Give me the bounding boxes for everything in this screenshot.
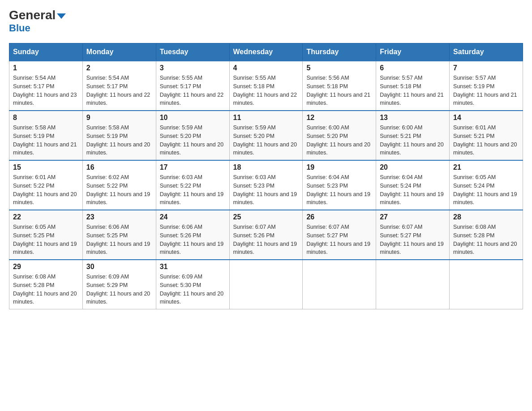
logo-main-text: General (9, 9, 66, 21)
day-cell-22: 22 Sunrise: 6:05 AM Sunset: 5:25 PM Dayl… (9, 210, 83, 260)
day-cell-6: 6 Sunrise: 5:57 AM Sunset: 5:18 PM Dayli… (376, 61, 450, 111)
day-cell-27: 27 Sunrise: 6:07 AM Sunset: 5:27 PM Dayl… (376, 210, 450, 260)
empty-cell (303, 260, 376, 309)
day-cell-1: 1 Sunrise: 5:54 AM Sunset: 5:17 PM Dayli… (9, 61, 83, 111)
day-number: 5 (306, 64, 372, 72)
day-info: Sunrise: 5:54 AM Sunset: 5:17 PM Dayligh… (86, 74, 152, 107)
day-number: 8 (13, 114, 79, 122)
day-number: 2 (86, 64, 152, 72)
empty-cell (450, 260, 523, 309)
day-info: Sunrise: 6:04 AM Sunset: 5:24 PM Dayligh… (380, 173, 446, 207)
day-cell-12: 12 Sunrise: 6:00 AM Sunset: 5:20 PM Dayl… (303, 111, 376, 160)
day-info: Sunrise: 6:09 AM Sunset: 5:30 PM Dayligh… (160, 273, 226, 306)
day-cell-11: 11 Sunrise: 5:59 AM Sunset: 5:20 PM Dayl… (229, 111, 303, 160)
day-number: 10 (160, 114, 226, 122)
day-cell-9: 9 Sunrise: 5:58 AM Sunset: 5:19 PM Dayli… (82, 111, 156, 160)
day-number: 21 (453, 163, 519, 171)
col-header-saturday: Saturday (450, 43, 523, 61)
day-cell-5: 5 Sunrise: 5:56 AM Sunset: 5:18 PM Dayli… (303, 61, 376, 111)
day-number: 28 (453, 213, 519, 221)
day-info: Sunrise: 5:58 AM Sunset: 5:19 PM Dayligh… (13, 124, 79, 157)
day-info: Sunrise: 6:00 AM Sunset: 5:20 PM Dayligh… (306, 124, 372, 157)
day-number: 31 (160, 263, 226, 271)
day-number: 26 (306, 213, 372, 221)
day-number: 19 (306, 163, 372, 171)
day-cell-24: 24 Sunrise: 6:06 AM Sunset: 5:26 PM Dayl… (156, 210, 229, 260)
day-cell-10: 10 Sunrise: 5:59 AM Sunset: 5:20 PM Dayl… (156, 111, 229, 160)
day-cell-23: 23 Sunrise: 6:06 AM Sunset: 5:25 PM Dayl… (82, 210, 156, 260)
day-cell-30: 30 Sunrise: 6:09 AM Sunset: 5:29 PM Dayl… (82, 260, 156, 309)
day-cell-19: 19 Sunrise: 6:04 AM Sunset: 5:23 PM Dayl… (303, 160, 376, 210)
day-number: 23 (86, 213, 152, 221)
day-info: Sunrise: 6:07 AM Sunset: 5:26 PM Dayligh… (233, 223, 299, 257)
day-info: Sunrise: 5:57 AM Sunset: 5:18 PM Dayligh… (380, 74, 446, 107)
day-cell-25: 25 Sunrise: 6:07 AM Sunset: 5:26 PM Dayl… (229, 210, 303, 260)
day-info: Sunrise: 6:05 AM Sunset: 5:24 PM Dayligh… (453, 173, 519, 207)
col-header-friday: Friday (376, 43, 450, 61)
day-number: 22 (13, 213, 79, 221)
day-info: Sunrise: 6:01 AM Sunset: 5:22 PM Dayligh… (13, 173, 79, 207)
empty-cell (376, 260, 450, 309)
day-info: Sunrise: 5:59 AM Sunset: 5:20 PM Dayligh… (233, 124, 299, 157)
day-number: 25 (233, 213, 299, 221)
day-cell-15: 15 Sunrise: 6:01 AM Sunset: 5:22 PM Dayl… (9, 160, 83, 210)
day-info: Sunrise: 6:08 AM Sunset: 5:28 PM Dayligh… (453, 223, 519, 257)
week-row-1: 1 Sunrise: 5:54 AM Sunset: 5:17 PM Dayli… (9, 61, 523, 111)
day-cell-17: 17 Sunrise: 6:03 AM Sunset: 5:22 PM Dayl… (156, 160, 229, 210)
day-number: 27 (380, 213, 446, 221)
day-number: 17 (160, 163, 226, 171)
day-info: Sunrise: 6:06 AM Sunset: 5:25 PM Dayligh… (86, 223, 152, 257)
day-cell-3: 3 Sunrise: 5:55 AM Sunset: 5:17 PM Dayli… (156, 61, 229, 111)
day-number: 9 (86, 114, 152, 122)
day-number: 7 (453, 64, 519, 72)
day-number: 3 (160, 64, 226, 72)
day-cell-8: 8 Sunrise: 5:58 AM Sunset: 5:19 PM Dayli… (9, 111, 83, 160)
day-info: Sunrise: 5:58 AM Sunset: 5:19 PM Dayligh… (86, 124, 152, 157)
day-info: Sunrise: 6:03 AM Sunset: 5:22 PM Dayligh… (160, 173, 226, 207)
day-cell-20: 20 Sunrise: 6:04 AM Sunset: 5:24 PM Dayl… (376, 160, 450, 210)
day-info: Sunrise: 6:04 AM Sunset: 5:23 PM Dayligh… (306, 173, 372, 207)
week-row-3: 15 Sunrise: 6:01 AM Sunset: 5:22 PM Dayl… (9, 160, 523, 210)
col-header-sunday: Sunday (9, 43, 83, 61)
week-row-5: 29 Sunrise: 6:08 AM Sunset: 5:28 PM Dayl… (9, 260, 523, 309)
day-info: Sunrise: 6:09 AM Sunset: 5:29 PM Dayligh… (86, 273, 152, 306)
day-number: 29 (13, 263, 79, 271)
day-info: Sunrise: 5:59 AM Sunset: 5:20 PM Dayligh… (160, 124, 226, 157)
day-cell-28: 28 Sunrise: 6:08 AM Sunset: 5:28 PM Dayl… (450, 210, 523, 260)
day-cell-18: 18 Sunrise: 6:03 AM Sunset: 5:23 PM Dayl… (229, 160, 303, 210)
day-info: Sunrise: 6:01 AM Sunset: 5:21 PM Dayligh… (453, 124, 519, 157)
day-number: 14 (453, 114, 519, 122)
col-header-tuesday: Tuesday (156, 43, 229, 61)
day-cell-21: 21 Sunrise: 6:05 AM Sunset: 5:24 PM Dayl… (450, 160, 523, 210)
week-row-4: 22 Sunrise: 6:05 AM Sunset: 5:25 PM Dayl… (9, 210, 523, 260)
day-cell-7: 7 Sunrise: 5:57 AM Sunset: 5:19 PM Dayli… (450, 61, 523, 111)
calendar-table: SundayMondayTuesdayWednesdayThursdayFrid… (9, 43, 523, 309)
day-number: 13 (380, 114, 446, 122)
day-cell-13: 13 Sunrise: 6:00 AM Sunset: 5:21 PM Dayl… (376, 111, 450, 160)
day-number: 12 (306, 114, 372, 122)
day-number: 20 (380, 163, 446, 171)
day-number: 18 (233, 163, 299, 171)
day-number: 11 (233, 114, 299, 122)
day-cell-14: 14 Sunrise: 6:01 AM Sunset: 5:21 PM Dayl… (450, 111, 523, 160)
day-number: 24 (160, 213, 226, 221)
page-header: General Blue (9, 9, 523, 34)
day-number: 6 (380, 64, 446, 72)
day-number: 1 (13, 64, 79, 72)
col-header-monday: Monday (82, 43, 156, 61)
day-cell-29: 29 Sunrise: 6:08 AM Sunset: 5:28 PM Dayl… (9, 260, 83, 309)
day-cell-2: 2 Sunrise: 5:54 AM Sunset: 5:17 PM Dayli… (82, 61, 156, 111)
day-info: Sunrise: 6:05 AM Sunset: 5:25 PM Dayligh… (13, 223, 79, 257)
day-cell-31: 31 Sunrise: 6:09 AM Sunset: 5:30 PM Dayl… (156, 260, 229, 309)
empty-cell (229, 260, 303, 309)
day-info: Sunrise: 6:02 AM Sunset: 5:22 PM Dayligh… (86, 173, 152, 207)
day-info: Sunrise: 5:57 AM Sunset: 5:19 PM Dayligh… (453, 74, 519, 107)
col-header-thursday: Thursday (303, 43, 376, 61)
logo: General Blue (9, 9, 66, 34)
day-cell-26: 26 Sunrise: 6:07 AM Sunset: 5:27 PM Dayl… (303, 210, 376, 260)
day-info: Sunrise: 6:06 AM Sunset: 5:26 PM Dayligh… (160, 223, 226, 257)
day-info: Sunrise: 5:55 AM Sunset: 5:17 PM Dayligh… (160, 74, 226, 107)
calendar-header-row: SundayMondayTuesdayWednesdayThursdayFrid… (9, 43, 523, 61)
day-number: 30 (86, 263, 152, 271)
week-row-2: 8 Sunrise: 5:58 AM Sunset: 5:19 PM Dayli… (9, 111, 523, 160)
